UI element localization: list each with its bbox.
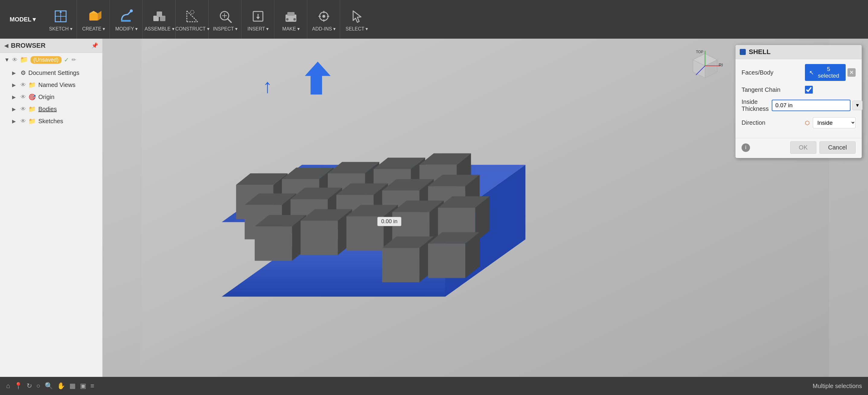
sketch-label: SKETCH ▾ <box>49 26 72 32</box>
named-views-expand-arrow: ▶ <box>12 82 18 88</box>
select-section: SELECT ▾ <box>341 0 373 39</box>
inspect-icon <box>217 8 233 24</box>
sketch-button[interactable]: SKETCH ▾ <box>47 6 74 36</box>
addins-icons-row: ADD-INS ▾ <box>310 1 337 39</box>
modify-button[interactable]: MODIFY ▾ <box>113 6 140 36</box>
thickness-dropdown-button[interactable]: ▼ <box>852 100 863 110</box>
modify-section: MODIFY ▾ <box>111 0 143 39</box>
selected-count-button[interactable]: ↖ 5 selected <box>805 64 846 81</box>
svg-rect-8 <box>121 20 131 22</box>
create-icon <box>86 8 101 24</box>
inspect-button[interactable]: INSPECT ▾ <box>212 6 239 36</box>
inspect-section: INSPECT ▾ <box>209 0 242 39</box>
create-label: CREATE ▾ <box>82 26 105 32</box>
sidebar-bodies-label: Bodies <box>38 106 57 113</box>
cancel-button[interactable]: Cancel <box>819 141 856 154</box>
model-menu[interactable]: MODEL ▾ <box>3 16 41 23</box>
inside-thickness-label: Inside Thickness <box>742 98 769 112</box>
browser-root-item[interactable]: ▼ 👁 📁 (Unsaved) ✓ ✏ <box>0 53 102 67</box>
named-views-folder-icon: 📁 <box>28 81 36 89</box>
svg-point-7 <box>130 9 133 12</box>
unsaved-badge: (Unsaved) <box>30 56 62 64</box>
insert-section: INSERT ▾ <box>242 0 274 39</box>
eye-icon-sketches: 👁 <box>21 118 26 124</box>
sketch-icons-row: SKETCH ▾ <box>47 1 74 39</box>
insert-label: INSERT ▾ <box>247 26 269 32</box>
sidebar-pin-button[interactable]: 📌 <box>91 42 98 49</box>
grid-icon[interactable]: ▦ <box>69 382 76 390</box>
check-icon: ✓ <box>64 56 69 63</box>
select-label: SELECT ▾ <box>346 26 368 32</box>
axis-svg: RIGHT TOP <box>687 48 723 84</box>
sidebar-item-named-views[interactable]: ▶ 👁 📁 Named Views <box>0 79 102 91</box>
faces-body-value: ↖ 5 selected ✕ <box>805 64 856 81</box>
insert-icon <box>250 8 266 24</box>
folder-icon: 📁 <box>20 56 28 64</box>
addins-button[interactable]: ADD-INS ▾ <box>310 6 337 36</box>
sketches-expand-arrow: ▶ <box>12 118 18 124</box>
make-icon <box>283 8 299 24</box>
pan-icon[interactable]: ✋ <box>57 382 65 390</box>
sidebar-item-bodies[interactable]: ▶ 👁 📁 Bodies <box>0 103 102 115</box>
assemble-label: ASSEMBLE ▾ <box>145 26 175 32</box>
inside-thickness-value: ▼ <box>772 100 863 111</box>
construct-icon <box>184 8 200 24</box>
addins-section: ADD-INS ▾ <box>308 0 340 39</box>
info-button[interactable]: i <box>742 144 750 152</box>
svg-point-26 <box>293 18 296 21</box>
make-button[interactable]: MAKE ▾ <box>277 6 305 36</box>
assemble-icon <box>152 8 167 24</box>
assemble-icons-row: ASSEMBLE ▾ <box>146 1 173 39</box>
measurement-tooltip: 0.00 in <box>377 217 401 226</box>
sketch-section: SKETCH ▾ <box>45 0 77 39</box>
root-expand-arrow: ▼ <box>4 57 10 63</box>
tangent-chain-checkbox[interactable] <box>805 86 813 94</box>
assemble-button[interactable]: ASSEMBLE ▾ <box>146 6 173 36</box>
inside-thickness-input[interactable] <box>772 100 850 111</box>
bodies-folder-icon: 📁 <box>28 105 36 113</box>
addins-icon <box>316 8 332 24</box>
display-icon[interactable]: ▣ <box>80 382 86 390</box>
axis-widget: RIGHT TOP <box>687 48 723 84</box>
sidebar-named-views-label: Named Views <box>38 82 75 89</box>
svg-marker-70 <box>255 226 292 261</box>
origin-expand-arrow: ▶ <box>12 94 18 100</box>
effects-icon[interactable]: ≡ <box>91 382 94 390</box>
insert-button[interactable]: INSERT ▾ <box>245 6 272 36</box>
sketch-icon <box>53 8 68 24</box>
create-section: CREATE ▾ <box>78 0 110 39</box>
select-button[interactable]: SELECT ▾ <box>343 6 370 36</box>
eye-icon-named: 👁 <box>21 82 26 88</box>
svg-point-25 <box>286 18 288 21</box>
sidebar-collapse-button[interactable]: ◀ <box>4 42 8 49</box>
ok-button[interactable]: OK <box>790 141 816 154</box>
create-button[interactable]: CREATE ▾ <box>80 6 107 36</box>
sidebar-item-origin[interactable]: ▶ 👁 🎯 Origin <box>0 91 102 103</box>
sidebar-item-document-settings[interactable]: ▶ ⚙ Document Settings <box>0 67 102 79</box>
zoom-icon[interactable]: 🔍 <box>45 382 53 390</box>
select-icons-row: SELECT ▾ <box>343 1 370 39</box>
sidebar-item-sketches[interactable]: ▶ 👁 📁 Sketches <box>0 115 102 127</box>
tangent-chain-value <box>805 86 856 94</box>
rotate-icon[interactable]: ↻ <box>27 382 32 390</box>
assemble-section: ASSEMBLE ▾ <box>143 0 176 39</box>
eye-icon-origin: 👁 <box>21 94 26 100</box>
location-icon[interactable]: 📍 <box>14 382 22 390</box>
status-bar-left: ⌂ 📍 ↻ ○ 🔍 ✋ ▦ ▣ ≡ <box>6 382 94 390</box>
clear-selection-button[interactable]: ✕ <box>847 68 856 77</box>
svg-rect-4 <box>89 13 98 21</box>
svg-rect-24 <box>287 12 294 16</box>
make-section: MAKE ▾ <box>275 0 307 39</box>
construct-button[interactable]: CONSTRUCT ▾ <box>179 6 206 36</box>
svg-marker-33 <box>353 11 361 22</box>
cursor-icon: ↖ <box>809 69 814 76</box>
footer-buttons: OK Cancel <box>790 141 856 154</box>
home-icon[interactable]: ⌂ <box>6 382 10 390</box>
direction-select[interactable]: Inside Outside Both Sides <box>813 117 856 128</box>
orbit-icon[interactable]: ○ <box>36 382 40 390</box>
inside-thickness-row: Inside Thickness ▼ <box>742 98 856 112</box>
selected-count-label: 5 selected <box>816 66 841 79</box>
addins-label: ADD-INS ▾ <box>312 26 336 32</box>
create-icons-row: CREATE ▾ <box>80 1 107 39</box>
shell-panel-icon <box>740 49 746 55</box>
